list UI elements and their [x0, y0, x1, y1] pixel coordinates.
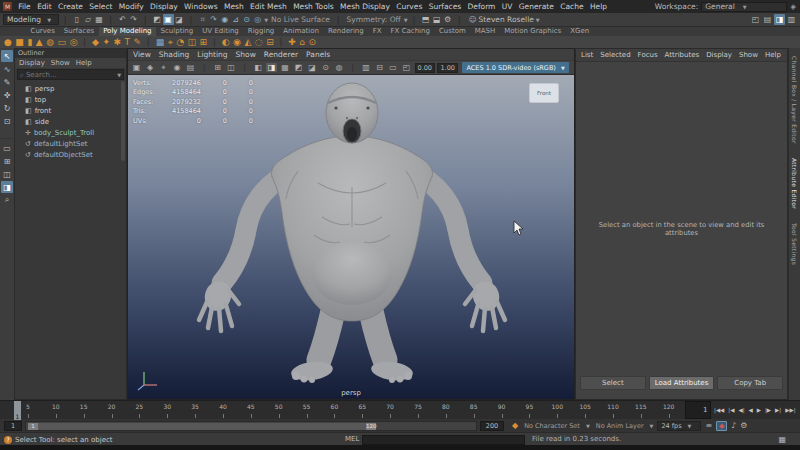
shelf-separator[interactable]: ❘: [211, 36, 219, 48]
paint-select-tool-icon[interactable]: ✎: [1, 76, 13, 88]
smooth-icon[interactable]: ◌: [255, 36, 263, 48]
select-tool-icon[interactable]: ↖: [1, 50, 13, 62]
tool-settings-toggle-icon[interactable]: ▥: [786, 14, 797, 25]
poly-torus-icon[interactable]: ◍: [46, 36, 54, 48]
timeline-tick[interactable]: 50: [265, 401, 293, 419]
timeline-tick[interactable]: 20: [98, 401, 126, 419]
shelf-tab[interactable]: Rendering: [324, 27, 369, 36]
attribute-editor-menu-item[interactable]: List: [581, 51, 593, 59]
poly-sphere-icon[interactable]: ●: [4, 36, 12, 48]
select-component-icon[interactable]: ◪: [174, 14, 185, 25]
range-end-handle[interactable]: 120: [366, 423, 376, 430]
timeline-tick[interactable]: 85: [460, 401, 488, 419]
attribute-editor-menu-item[interactable]: Focus: [638, 51, 658, 59]
new-scene-icon[interactable]: ▯: [72, 14, 83, 25]
timeline-tick[interactable]: 95: [515, 401, 543, 419]
vtab-tool-settings[interactable]: Tool Settings: [791, 223, 798, 265]
shelf-tab[interactable]: UV Editing: [198, 27, 244, 36]
menubar-item[interactable]: Create: [55, 2, 86, 11]
time-slider[interactable]: 1 5 10 15 20 25 30 35 40 45 5: [0, 400, 800, 419]
outliner-item-lightset[interactable]: ↺ defaultLightSet: [15, 138, 126, 149]
render-settings-icon[interactable]: ⚙: [442, 14, 453, 25]
two-pane-layout-icon[interactable]: ◫: [1, 168, 13, 180]
wireframe-icon[interactable]: ◧: [253, 63, 264, 72]
shadows-icon[interactable]: ◪: [307, 63, 318, 72]
timeline-tick[interactable]: 45: [237, 401, 265, 419]
menubar-item[interactable]: Mesh Tools: [290, 2, 337, 11]
pan-zoom-icon[interactable]: ⊞: [212, 63, 223, 72]
attribute-editor-menu-item[interactable]: Selected: [600, 51, 630, 59]
menubar-item[interactable]: File: [15, 2, 34, 11]
timeline-tick[interactable]: 60: [320, 401, 348, 419]
step-back-key-button[interactable]: ◀|: [737, 402, 746, 419]
timeline-tick[interactable]: 30: [153, 401, 181, 419]
snap-to-curve-icon[interactable]: ↷: [208, 14, 219, 25]
super-ellipse-icon[interactable]: ✦: [102, 36, 110, 48]
shelf-tab[interactable]: Curves: [26, 27, 59, 36]
shelf-tab[interactable]: FX Caching: [386, 27, 434, 36]
timeline-tick[interactable]: 25: [125, 401, 153, 419]
copy-tab-button[interactable]: Copy Tab: [717, 376, 783, 390]
live-surface-label[interactable]: No Live Surface: [269, 15, 332, 24]
outliner-search-input[interactable]: ⌕ Search... ▼: [17, 69, 124, 80]
multi-cut-icon[interactable]: ▦: [156, 36, 165, 48]
timeline-tick[interactable]: 115: [627, 401, 655, 419]
outliner-item-mesh[interactable]: ✛ body_Sculpt_Troll: [15, 127, 126, 138]
current-time-field[interactable]: 1: [685, 401, 711, 419]
modeling-toolkit-toggle-icon[interactable]: ◰: [750, 14, 761, 25]
undo-icon[interactable]: ↶: [117, 14, 128, 25]
timeline-tick[interactable]: 120: [655, 401, 683, 419]
isolate-select-icon[interactable]: ▥: [361, 63, 372, 72]
toolbar-separator[interactable]: ❘: [199, 63, 210, 72]
go-to-start-button[interactable]: |◀◀: [713, 402, 726, 419]
menubar-item[interactable]: Mesh: [221, 2, 247, 11]
lock-camera-icon[interactable]: ◈: [145, 63, 156, 72]
anim-layer-select[interactable]: No Anim Layer: [594, 422, 646, 430]
view-transform-select[interactable]: ACES 1.0 SDR-video (sRGB) ▼: [462, 62, 568, 73]
step-forward-key-button[interactable]: |▶: [764, 402, 773, 419]
menubar-item[interactable]: Display: [147, 2, 181, 11]
make-live-icon[interactable]: ◎: [252, 14, 263, 25]
attribute-editor-menu-item[interactable]: Attributes: [665, 51, 700, 59]
load-attributes-button[interactable]: Load Attributes: [649, 376, 715, 390]
playback-speed-select[interactable]: 24 fps ▼: [657, 421, 701, 431]
vtab-attribute-editor[interactable]: Attribute Editor: [791, 158, 798, 209]
rotate-tool-icon[interactable]: ↻: [1, 102, 13, 114]
outliner-menu-item[interactable]: Display: [19, 59, 45, 67]
maya-logo-icon[interactable]: M: [3, 2, 12, 11]
poly-plane-icon[interactable]: ▭: [58, 36, 67, 48]
current-frame-marker[interactable]: 1: [14, 401, 21, 420]
gate-mask-icon[interactable]: ◰: [401, 63, 412, 72]
select-hierarchy-icon[interactable]: ◩: [152, 14, 163, 25]
select-object-icon[interactable]: ▣: [163, 14, 174, 25]
mel-command-input[interactable]: [362, 435, 525, 445]
attribute-editor-toggle-icon[interactable]: ◨: [774, 14, 785, 25]
shelf-tab[interactable]: XGen: [566, 27, 594, 36]
shaded-icon[interactable]: ◨: [266, 63, 277, 72]
render-icon[interactable]: ⬒: [420, 14, 431, 25]
oversampling-icon[interactable]: ◫: [226, 63, 237, 72]
shelf-tab[interactable]: FX: [368, 27, 386, 36]
poly-disc-icon[interactable]: ◎: [70, 36, 78, 48]
poly-cylinder-icon[interactable]: ▮: [27, 36, 32, 48]
poly-cube-icon[interactable]: ■: [15, 36, 24, 48]
outliner-item-top[interactable]: ◧ top: [15, 94, 126, 105]
exposure-field[interactable]: 0.00: [415, 63, 435, 73]
four-pane-layout-icon[interactable]: ⊞: [1, 155, 13, 167]
shelf-tab[interactable]: Surfaces: [59, 27, 98, 36]
type-tool-icon[interactable]: T: [125, 36, 131, 48]
character-set-select[interactable]: No Character Set: [522, 422, 582, 430]
booleans-icon[interactable]: ◐: [222, 36, 230, 48]
timeline-tick[interactable]: 110: [599, 401, 627, 419]
snap-to-grid-icon[interactable]: ⌗: [197, 14, 208, 25]
timeline-tick[interactable]: 80: [432, 401, 460, 419]
menubar-item[interactable]: Deform: [464, 2, 498, 11]
timeline-tick[interactable]: 70: [376, 401, 404, 419]
camera-attributes-icon[interactable]: ⌖: [158, 63, 169, 73]
step-forward-frame-button[interactable]: ▶|: [774, 402, 783, 419]
save-scene-icon[interactable]: ▦: [94, 14, 105, 25]
svg-tool-icon[interactable]: ✎: [134, 36, 142, 48]
outliner-item-objectset[interactable]: ↺ defaultObjectSet: [15, 149, 126, 160]
snap-to-mesh-icon[interactable]: ⊙: [241, 14, 252, 25]
redo-icon[interactable]: ↷: [128, 14, 139, 25]
